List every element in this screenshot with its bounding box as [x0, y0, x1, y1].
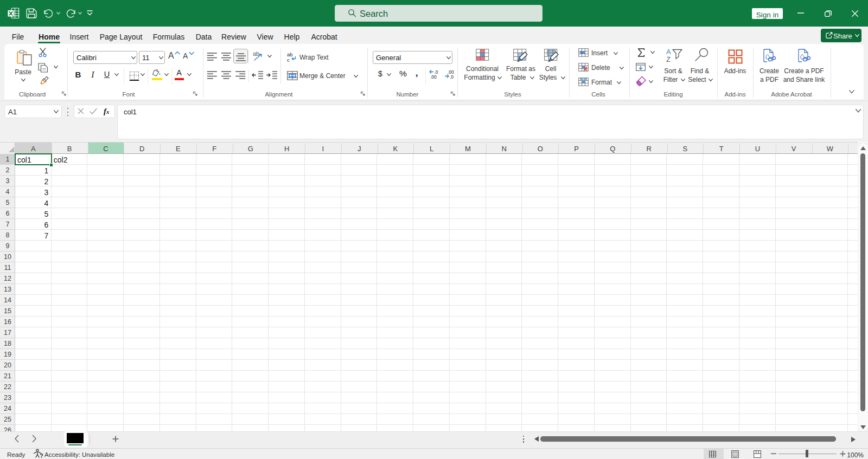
- svg-text:.00: .00: [430, 74, 437, 79]
- svg-text:?: ?: [40, 453, 43, 458]
- svg-text:c: c: [287, 57, 290, 63]
- svg-text:Z: Z: [666, 55, 671, 63]
- svg-text:ab: ab: [253, 51, 259, 57]
- svg-text:A: A: [666, 48, 671, 56]
- svg-text:.0: .0: [450, 74, 454, 79]
